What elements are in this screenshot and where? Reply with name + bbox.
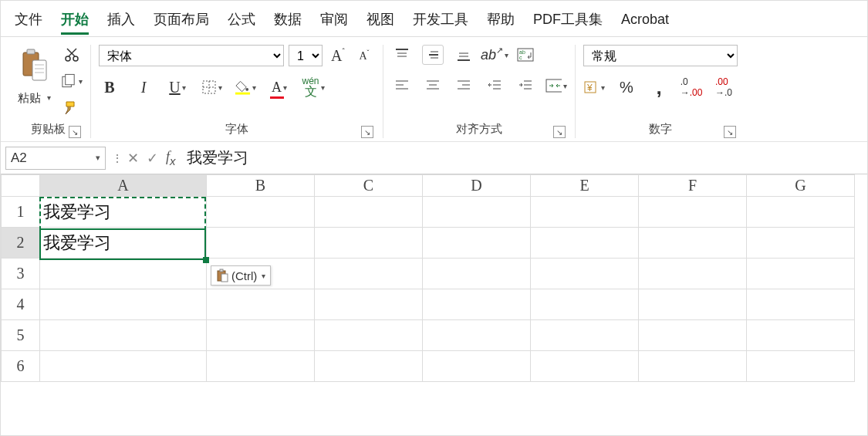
formula-input[interactable]: 我爱学习 xyxy=(182,147,248,168)
cell-D6[interactable] xyxy=(423,351,531,382)
row-header-6[interactable]: 6 xyxy=(2,351,40,382)
cell-G3[interactable] xyxy=(747,259,855,289)
tab-acrobat[interactable]: Acrobat xyxy=(621,10,669,29)
paste-dropdown-icon[interactable]: ▾ xyxy=(47,93,51,102)
wrap-text-button[interactable]: abc xyxy=(515,45,536,65)
cell-E1[interactable] xyxy=(531,197,639,228)
tab-data[interactable]: 数据 xyxy=(274,8,302,30)
align-center-button[interactable] xyxy=(422,76,444,96)
row-header-3[interactable]: 3 xyxy=(2,259,40,289)
cell-A5[interactable] xyxy=(40,320,207,351)
cell-B4[interactable] xyxy=(207,289,315,320)
cell-B1[interactable] xyxy=(207,197,315,228)
align-top-button[interactable] xyxy=(391,45,413,65)
column-header-C[interactable]: C xyxy=(315,175,423,197)
cell-G4[interactable] xyxy=(747,289,855,320)
row-header-4[interactable]: 4 xyxy=(2,289,40,320)
cut-button[interactable] xyxy=(61,45,83,65)
cell-E6[interactable] xyxy=(531,351,639,382)
name-box-dropdown-icon[interactable]: ▾ xyxy=(96,153,100,163)
cancel-edit-button[interactable]: ✕ xyxy=(127,150,139,167)
tab-formulas[interactable]: 公式 xyxy=(228,8,255,30)
cell-B2[interactable] xyxy=(207,228,315,259)
cell-A6[interactable] xyxy=(40,351,207,382)
cell-F1[interactable] xyxy=(639,197,747,228)
cell-F4[interactable] xyxy=(639,289,747,320)
confirm-edit-button[interactable]: ✓ xyxy=(147,150,158,167)
cell-D2[interactable] xyxy=(423,228,531,259)
cell-C5[interactable] xyxy=(315,320,423,351)
borders-button[interactable]: ▾ xyxy=(201,77,222,97)
cell-C2[interactable] xyxy=(315,228,423,259)
cell-B6[interactable] xyxy=(207,351,315,382)
row-header-1[interactable]: 1 xyxy=(2,197,40,228)
cell-F5[interactable] xyxy=(639,320,747,351)
cell-G6[interactable] xyxy=(747,351,855,382)
bold-button[interactable]: B xyxy=(99,77,120,97)
increase-indent-button[interactable] xyxy=(515,76,536,96)
cell-F3[interactable] xyxy=(639,259,747,289)
cell-E3[interactable] xyxy=(531,259,639,289)
paste-options-button[interactable]: (Ctrl) ▾ xyxy=(211,265,271,286)
font-name-select[interactable]: 宋体 xyxy=(99,45,284,66)
cell-G5[interactable] xyxy=(747,320,855,351)
italic-button[interactable]: I xyxy=(133,77,154,97)
font-color-button[interactable]: A▾ xyxy=(269,77,290,97)
cell-G1[interactable] xyxy=(747,197,855,228)
tab-insert[interactable]: 插入 xyxy=(107,8,135,30)
fill-color-button[interactable]: ▾ xyxy=(235,77,256,97)
align-bottom-button[interactable] xyxy=(453,45,475,65)
row-header-5[interactable]: 5 xyxy=(2,320,40,351)
column-header-F[interactable]: F xyxy=(639,175,747,197)
decrease-indent-button[interactable] xyxy=(484,76,505,96)
cell-D5[interactable] xyxy=(423,320,531,351)
column-header-G[interactable]: G xyxy=(747,175,855,197)
cell-A2[interactable]: 我爱学习 xyxy=(40,228,207,259)
cell-D1[interactable] xyxy=(423,197,531,228)
cell-C4[interactable] xyxy=(315,289,423,320)
cell-A4[interactable] xyxy=(40,289,207,320)
row-header-2[interactable]: 2 xyxy=(2,228,40,259)
tab-help[interactable]: 帮助 xyxy=(487,8,515,30)
cell-grid[interactable]: A B C D E F G 1我爱学习 2我爱学习 3 4 5 6 xyxy=(1,174,855,382)
tab-view[interactable]: 视图 xyxy=(366,8,394,30)
increase-decimal-button[interactable]: .0→.00 xyxy=(681,77,702,97)
orientation-button[interactable]: ab↗▾ xyxy=(484,45,505,65)
select-all-corner[interactable] xyxy=(2,175,40,197)
cell-E2[interactable] xyxy=(531,228,639,259)
cell-E5[interactable] xyxy=(531,320,639,351)
tab-developer[interactable]: 开发工具 xyxy=(413,8,468,30)
cell-C1[interactable] xyxy=(315,197,423,228)
alignment-dialog-launcher[interactable]: ↘ xyxy=(553,126,566,138)
tab-file[interactable]: 文件 xyxy=(15,8,42,30)
tab-home[interactable]: 开始 xyxy=(61,8,89,30)
decrease-font-button[interactable]: Aˇ xyxy=(353,46,375,66)
cell-B5[interactable] xyxy=(207,320,315,351)
cell-C3[interactable] xyxy=(315,259,423,289)
increase-font-button[interactable]: Aˆ xyxy=(327,46,349,66)
font-size-select[interactable]: 11 xyxy=(289,45,323,66)
cell-A3[interactable] xyxy=(40,259,207,289)
column-header-B[interactable]: B xyxy=(207,175,315,197)
merge-cells-button[interactable]: ▾ xyxy=(545,76,567,96)
column-header-A[interactable]: A xyxy=(40,175,207,197)
percent-format-button[interactable]: % xyxy=(616,77,637,97)
cell-E4[interactable] xyxy=(531,289,639,320)
cell-D3[interactable] xyxy=(423,259,531,289)
clipboard-dialog-launcher[interactable]: ↘ xyxy=(69,126,81,138)
decrease-decimal-button[interactable]: .00→.0 xyxy=(713,77,735,97)
align-right-button[interactable] xyxy=(453,76,475,96)
tab-pdf-tools[interactable]: PDF工具集 xyxy=(533,8,603,30)
cell-C6[interactable] xyxy=(315,351,423,382)
phonetic-guide-button[interactable]: wén文▾ xyxy=(302,77,324,97)
number-format-select[interactable]: 常规 xyxy=(583,45,738,66)
tab-page-layout[interactable]: 页面布局 xyxy=(154,8,209,30)
comma-format-button[interactable]: , xyxy=(648,77,670,97)
name-box[interactable]: A2 ▾ xyxy=(5,147,106,170)
column-header-E[interactable]: E xyxy=(531,175,639,197)
insert-function-button[interactable]: fx xyxy=(166,149,176,167)
align-middle-button[interactable] xyxy=(422,45,444,65)
paste-button[interactable] xyxy=(13,45,55,85)
cell-F2[interactable] xyxy=(639,228,747,259)
number-dialog-launcher[interactable]: ↘ xyxy=(724,126,736,138)
